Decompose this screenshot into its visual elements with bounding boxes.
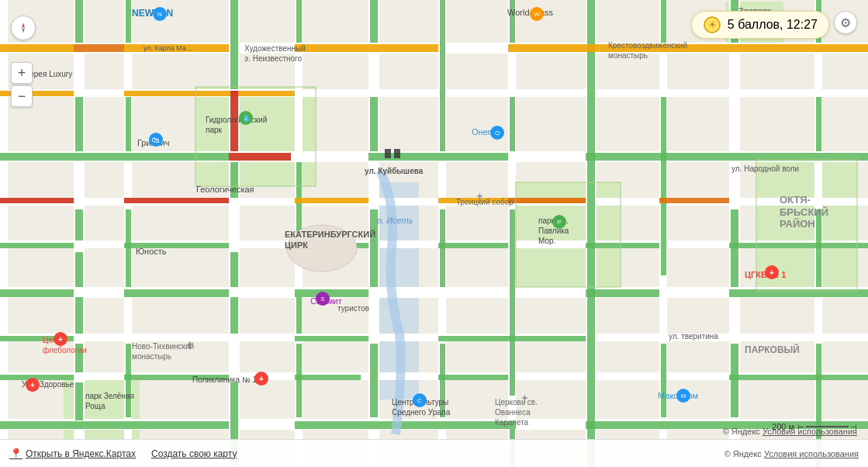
svg-rect-74: [230, 297, 238, 334]
poi-summit: S: [316, 292, 330, 306]
svg-rect-56: [729, 375, 868, 380]
create-map-link[interactable]: Создать свою карту: [151, 448, 237, 459]
svg-rect-47: [586, 289, 659, 297]
svg-rect-73: [230, 252, 238, 287]
svg-rect-92: [661, 0, 666, 43]
poi-world-class: W: [530, 7, 544, 21]
svg-rect-104: [295, 44, 368, 52]
svg-rect-107: [586, 44, 659, 52]
svg-rect-86: [440, 344, 445, 417]
svg-marker-130: [22, 22, 25, 28]
svg-rect-23: [0, 0, 8, 467]
svg-rect-76: [296, 0, 302, 43]
svg-rect-43: [729, 243, 868, 248]
svg-rect-53: [124, 375, 229, 380]
traffic-badge[interactable]: ☀ 5 баллов, 12:27: [691, 11, 829, 39]
svg-rect-109: [729, 44, 814, 52]
compass-button[interactable]: [11, 16, 36, 40]
svg-rect-54: [295, 375, 361, 380]
svg-rect-57: [0, 421, 229, 429]
svg-rect-65: [75, 344, 83, 372]
svg-rect-58: [295, 421, 516, 429]
svg-rect-84: [440, 0, 445, 151]
svg-rect-63: [75, 252, 83, 287]
poi-gidrolog: 💧: [239, 111, 253, 125]
poi-centr-kultury: C: [413, 393, 427, 407]
svg-rect-120: [230, 91, 238, 151]
bottom-right-info: © Яндекс Условия использования: [723, 427, 857, 436]
open-maps-link[interactable]: 📍 Открыть в Яндекс.Картах: [9, 448, 136, 460]
poi-novo-tikhvin: ✝: [185, 338, 194, 352]
svg-rect-122: [508, 198, 586, 203]
svg-rect-55: [438, 375, 508, 380]
svg-rect-87: [510, 0, 515, 43]
poi-ugmc: +: [26, 378, 40, 392]
svg-rect-115: [438, 198, 508, 203]
svg-rect-38: [0, 243, 74, 248]
svg-rect-39: [124, 243, 229, 248]
svg-rect-60: [75, 0, 83, 43]
svg-rect-105: [368, 44, 438, 52]
poi-oneg: O: [490, 126, 504, 140]
svg-rect-72: [230, 162, 238, 198]
settings-button[interactable]: ⚙: [834, 11, 857, 34]
svg-rect-129: [394, 149, 400, 158]
poi-park: P: [552, 215, 566, 229]
copyright-bottom: © Яндекс Условия использования: [724, 449, 859, 458]
svg-rect-45: [124, 289, 229, 297]
poi-maksidom: M: [676, 389, 690, 403]
svg-rect-35: [0, 153, 229, 161]
svg-rect-78: [296, 297, 302, 334]
terms-bottom-link[interactable]: Условия использования: [764, 449, 859, 458]
map-svg: [0, 0, 868, 467]
svg-rect-83: [370, 344, 378, 417]
svg-rect-67: [126, 0, 131, 43]
traffic-light-icon: ☀: [703, 16, 721, 34]
svg-rect-97: [731, 344, 738, 417]
svg-rect-108: [659, 44, 729, 52]
svg-rect-71: [230, 0, 238, 89]
svg-rect-117: [229, 153, 291, 161]
svg-rect-85: [440, 209, 445, 287]
svg-marker-131: [22, 28, 25, 33]
zoom-in-button[interactable]: +: [11, 62, 33, 84]
svg-rect-123: [659, 198, 729, 203]
svg-rect-80: [370, 0, 378, 43]
svg-rect-68: [126, 97, 131, 151]
zoom-controls: + −: [11, 62, 33, 107]
svg-rect-44: [0, 289, 74, 297]
copyright-text: © Яндекс Условия использования: [723, 427, 857, 436]
svg-rect-64: [75, 297, 83, 334]
svg-rect-69: [126, 209, 131, 287]
svg-rect-61: [75, 97, 83, 151]
svg-rect-119: [124, 198, 229, 203]
zoom-out-button[interactable]: −: [11, 85, 33, 107]
svg-rect-103: [124, 44, 229, 52]
terms-link[interactable]: Условия использования: [763, 427, 857, 436]
svg-rect-82: [370, 209, 378, 287]
svg-rect-50: [295, 336, 368, 341]
svg-rect-100: [816, 209, 821, 287]
traffic-score: 5 баллов, 12:27: [728, 18, 818, 32]
poi-trinity-church: ✝: [475, 190, 484, 204]
svg-rect-62: [75, 209, 83, 240]
poi-newton: N: [153, 7, 167, 21]
poi-grinvich: 🛍: [149, 133, 163, 147]
poi-tsgkb: +: [765, 265, 779, 279]
svg-rect-81: [370, 97, 378, 151]
svg-rect-89: [510, 209, 515, 396]
svg-rect-79: [296, 344, 302, 417]
svg-text:☀: ☀: [707, 19, 716, 30]
svg-rect-70: [126, 344, 131, 417]
svg-rect-88: [510, 97, 515, 151]
svg-rect-102: [0, 44, 74, 52]
svg-rect-46: [295, 289, 368, 297]
svg-rect-106: [508, 44, 586, 52]
map-container: NEWTON World Class Галерея Luxury Художе…: [0, 0, 868, 467]
svg-rect-94: [661, 344, 666, 417]
svg-rect-42: [586, 243, 659, 248]
svg-rect-121: [74, 44, 124, 52]
svg-rect-91: [587, 0, 595, 467]
svg-rect-41: [438, 243, 508, 248]
svg-rect-99: [816, 97, 821, 151]
